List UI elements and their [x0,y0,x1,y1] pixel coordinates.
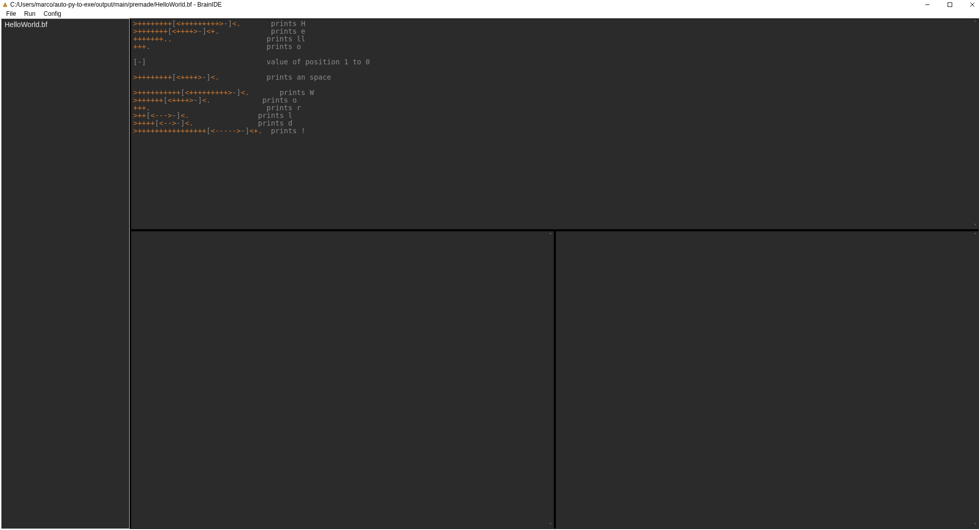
output-panel-left[interactable]: ˄ ˅ [131,231,554,529]
bottom-row: ˄ ˅ ˄ ˅ [131,231,979,529]
svg-rect-1 [948,3,952,7]
scroll-down-icon[interactable]: ˅ [971,222,978,229]
menu-run[interactable]: Run [20,10,39,18]
file-list-panel[interactable]: HelloWorld.bf [1,18,130,529]
maximize-button[interactable] [945,0,954,9]
code-editor[interactable]: >++++++++[<+++++++++>-]<. prints H >++++… [131,19,971,229]
output-panel-right[interactable]: ˄ ˅ [555,231,979,529]
window-controls [923,0,977,9]
output-left-scrollbar[interactable]: ˄ ˅ [547,231,554,528]
app-icon [2,2,8,8]
file-list-item[interactable]: HelloWorld.bf [4,20,127,29]
menubar: File Run Config [0,9,980,18]
scroll-up-icon[interactable]: ˄ [547,231,554,238]
output-right-scrollbar[interactable]: ˄ ˅ [971,231,978,528]
menu-config[interactable]: Config [39,10,65,18]
main-column: >++++++++[<+++++++++>-]<. prints H >++++… [131,18,979,529]
scroll-up-icon[interactable]: ˄ [971,19,978,26]
close-button[interactable] [968,0,977,9]
editor-scrollbar[interactable]: ˄ ˅ [971,19,978,229]
scroll-up-icon[interactable]: ˄ [971,231,978,238]
menu-file[interactable]: File [2,10,20,18]
titlebar: C:/Users/marco/auto-py-to-exe/output/mai… [0,0,980,9]
window-title: C:/Users/marco/auto-py-to-exe/output/mai… [10,1,222,8]
scroll-down-icon[interactable]: ˅ [547,521,554,528]
minimize-button[interactable] [923,0,932,9]
editor-panel: >++++++++[<+++++++++>-]<. prints H >++++… [131,18,979,230]
workspace: HelloWorld.bf >++++++++[<+++++++++>-]<. … [1,18,979,529]
scroll-down-icon[interactable]: ˅ [971,521,978,528]
